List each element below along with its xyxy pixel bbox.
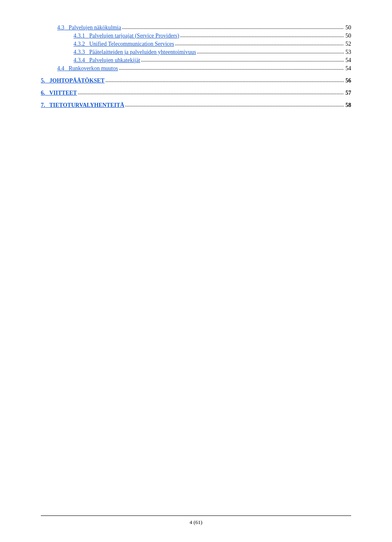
toc-entry-6: 6. VIITTEET 57 [41,90,351,96]
toc-text-4-3-4: Palvelujen uhkatekijät [89,57,140,63]
toc-number-6: 6. [41,90,45,96]
toc-entry-4-3-4: 4.3.4 Palvelujen uhkatekijät 54 [41,57,351,64]
toc-number-4-4: 4.4 [57,65,65,71]
toc-link-7[interactable]: 7. TIETOTURVALYHENTEITÄ [41,102,124,109]
toc-entry-4-3-3: 4.3.3 Päätelaitteiden ja palveluiden yht… [41,49,351,56]
toc-link-4-3[interactable]: 4.3 Palvelujen näkökulmia [57,24,121,31]
toc-dots-4-3-2 [175,40,344,47]
toc-dots-4-3-1 [180,32,344,39]
toc-number-4-3-1: 4.3.1 [74,33,85,39]
toc-number-4-3-4: 4.3.4 [74,57,85,63]
toc-link-4-3-3[interactable]: 4.3.3 Päätelaitteiden ja palveluiden yht… [74,49,196,56]
toc-link-4-4[interactable]: 4.4 Runkoverkon muutos [57,65,118,72]
toc-text-4-3-3: Päätelaitteiden ja palveluiden yhteentoi… [89,49,196,55]
toc-number-5: 5. [41,78,45,84]
toc-text-7: TIETOTURVALYHENTEITÄ [49,102,125,108]
toc-dots-4-3-3 [197,49,344,55]
toc-entry-4-3-2: 4.3.2 Unified Telecommunication Services… [41,41,351,47]
toc-entry-5: 5. JOHTOPÄÄTÖKSET 56 [41,78,351,84]
toc-text-6: VIITTEET [49,90,77,96]
toc-dots-4-3 [122,24,344,31]
toc-text-4-3: Palvelujen näkökulmia [69,24,121,31]
toc-text-4-4: Runkoverkon muutos [69,65,118,71]
toc-text-4-3-1: Palvelujen tarjoajat (Service Providers) [89,33,179,39]
toc-entry-4-3: 4.3 Palvelujen näkökulmia 50 [41,24,351,31]
toc-link-5[interactable]: 5. JOHTOPÄÄTÖKSET [41,78,105,84]
toc-link-4-3-2[interactable]: 4.3.2 Unified Telecommunication Services [74,41,174,47]
toc-page-4-3-1: 50 [345,33,351,39]
page-footer: 4 (61) [41,515,351,526]
toc-text-4-3-2: Unified Telecommunication Services [89,41,174,47]
toc-page-4-3-2: 52 [345,41,351,47]
toc-entry-7: 7. TIETOTURVALYHENTEITÄ 58 [41,102,351,109]
toc-link-4-3-1[interactable]: 4.3.1 Palvelujen tarjoajat (Service Prov… [74,33,179,39]
toc-dots-4-3-4 [141,57,344,63]
toc-dots-7 [125,102,344,108]
toc-page-7: 58 [345,102,351,109]
footer-text: 4 (61) [189,519,202,525]
toc-content: 4.3 Palvelujen näkökulmia 50 4.3.1 Palve… [41,24,351,109]
page-container: 4.3 Palvelujen näkökulmia 50 4.3.1 Palve… [0,0,392,542]
toc-page-5: 56 [345,78,351,84]
toc-dots-6 [78,89,344,96]
toc-link-4-3-4[interactable]: 4.3.4 Palvelujen uhkatekijät [74,57,140,64]
toc-number-4-3: 4.3 [57,24,65,31]
toc-page-6: 57 [345,90,351,96]
toc-page-4-3-4: 54 [345,57,351,64]
toc-dots-5 [105,77,344,84]
toc-number-4-3-3: 4.3.3 [74,49,85,55]
toc-dots-4-4 [119,65,344,71]
toc-entry-4-4: 4.4 Runkoverkon muutos 54 [41,65,351,72]
toc-entry-4-3-1: 4.3.1 Palvelujen tarjoajat (Service Prov… [41,33,351,39]
toc-link-6[interactable]: 6. VIITTEET [41,90,77,96]
toc-page-4-3: 50 [345,24,351,31]
toc-page-4-4: 54 [345,65,351,72]
toc-page-4-3-3: 53 [345,49,351,56]
toc-number-7: 7. [41,102,45,108]
toc-number-4-3-2: 4.3.2 [74,41,85,47]
toc-text-5: JOHTOPÄÄTÖKSET [49,78,105,84]
